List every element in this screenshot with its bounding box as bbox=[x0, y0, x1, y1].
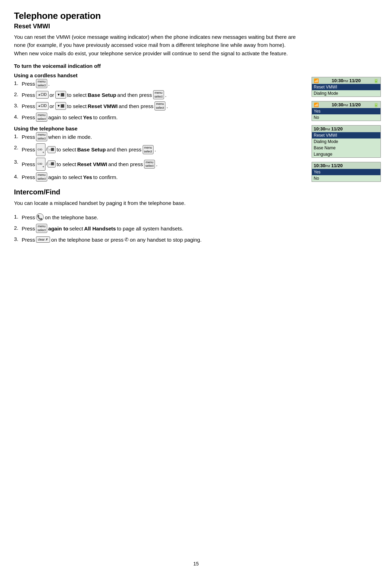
screen1-time: 10:30PM 11/20 bbox=[332, 78, 361, 83]
screen2-status-bar: 📶 10:30PM 11/20 🔋 bbox=[312, 101, 380, 108]
screen3-item-4: Language bbox=[312, 151, 380, 157]
screen1-item-2: Dialing Mode bbox=[312, 90, 380, 97]
base-menu-select-key-3: menuselect bbox=[144, 160, 155, 169]
menu-select-key-1: menuselect bbox=[36, 79, 47, 88]
step-1: 1. Press menuselect . bbox=[14, 79, 301, 88]
screen2-item-2: No bbox=[312, 114, 380, 121]
phone-screen-3: 10:30PM 11/20 Reset VMWI Dialing Mode Ba… bbox=[312, 125, 381, 158]
cordless-steps-list: 1. Press menuselect . 2. Press ▲ CID or … bbox=[14, 79, 301, 122]
step-2: 2. Press ▲ CID or ▼ ⬛ to select Base Set… bbox=[14, 90, 301, 100]
arrow-down-key-2: ▼ ⬛ bbox=[55, 91, 66, 99]
intercom-title: Intercom/Find bbox=[14, 188, 301, 196]
screen3-item-1: Reset VMWI bbox=[312, 132, 380, 138]
intercom-steps-list: 1. Press 📞 on the telephone base. 2. Pre… bbox=[14, 213, 301, 244]
base-step-1: 1. Press menuselect when in idle mode. bbox=[14, 132, 301, 142]
base-step-4: 4. Press menuselect again to select Yes … bbox=[14, 172, 301, 182]
section1-header: To turn the voicemail indication off bbox=[14, 63, 301, 69]
menu-select-key-3: menuselect bbox=[155, 101, 166, 111]
cid-plus-minus-key-2: CID+ / –⬛ bbox=[36, 143, 55, 156]
screen1-battery-icon: 🔋 bbox=[373, 78, 379, 83]
intercom-step-3: 3. Press clear ✗ on the telephone base o… bbox=[14, 235, 301, 244]
base-menu-select-key-2: menuselect bbox=[143, 145, 154, 154]
arrow-down-key-3: ▼ ⬛ bbox=[55, 102, 66, 110]
intro-paragraph: You can reset the VMWI (voice message wa… bbox=[14, 33, 301, 57]
paging-icon: 📞 bbox=[36, 213, 44, 221]
cid-up-key-3: ▲ CID bbox=[36, 102, 48, 110]
section2-sub: Using the telephone base bbox=[14, 126, 301, 131]
off-hook-icon: ✆ bbox=[124, 235, 129, 244]
main-content: Telephone operation Reset VMWI You can r… bbox=[14, 10, 301, 244]
intercom-menu-select-key-2: menuselect bbox=[36, 224, 47, 233]
menu-select-key-4: menuselect bbox=[36, 113, 47, 122]
screen2-time: 10:30PM 11/20 bbox=[332, 102, 361, 107]
screen1-signal-icon: 📶 bbox=[314, 78, 319, 83]
intercom-intro: You can locate a misplaced handset by pa… bbox=[14, 199, 301, 207]
screen2-battery-icon: 🔋 bbox=[373, 102, 379, 107]
screen4-item-2: No bbox=[312, 175, 380, 181]
cid-up-key-2: ▲ CID bbox=[36, 91, 48, 99]
screen4-status-bar: 10:30PM 11/20 bbox=[312, 162, 380, 169]
phone-screen-2: 📶 10:30PM 11/20 🔋 Yes No bbox=[312, 101, 381, 121]
intercom-step-2: 2. Press menuselect again to select All … bbox=[14, 224, 301, 233]
menu-select-key-2: menuselect bbox=[153, 90, 164, 99]
page-title: Telephone operation bbox=[14, 10, 301, 21]
page-number: 15 bbox=[193, 561, 199, 567]
intercom-section: Intercom/Find You can locate a misplaced… bbox=[14, 188, 301, 244]
screen4-item-1: Yes bbox=[312, 169, 380, 175]
base-menu-select-key-4: menuselect bbox=[36, 172, 47, 181]
base-step-2: 2. Press CID+ / –⬛ to select Base Setup … bbox=[14, 143, 301, 156]
section1-sub: Using a cordless handset bbox=[14, 72, 301, 78]
base-steps-list: 1. Press menuselect when in idle mode. 2… bbox=[14, 132, 301, 182]
base-step-3: 3. Press CID+ / –⬛ to select Reset VMWI … bbox=[14, 158, 301, 170]
screen2-item-1: Yes bbox=[312, 108, 380, 114]
phone-screen-4: 10:30PM 11/20 Yes No bbox=[312, 162, 381, 182]
screen1-status-bar: 📶 10:30PM 11/20 🔋 bbox=[312, 77, 380, 84]
step-4: 4. Press menuselect again to select Yes … bbox=[14, 113, 301, 122]
cid-plus-minus-key-3: CID+ / –⬛ bbox=[36, 158, 55, 170]
screen2-signal-icon: 📶 bbox=[314, 102, 319, 107]
section-subtitle: Reset VMWI bbox=[14, 23, 301, 30]
screens-container: 📶 10:30PM 11/20 🔋 Reset VMWI Dialing Mod… bbox=[312, 77, 382, 182]
intercom-step-1: 1. Press 📞 on the telephone base. bbox=[14, 213, 301, 222]
base-menu-select-key-1: menuselect bbox=[36, 132, 47, 141]
step-3: 3. Press ▲ CID or ▼ ⬛ to select Reset VM… bbox=[14, 101, 301, 111]
phone-screen-1: 📶 10:30PM 11/20 🔋 Reset VMWI Dialing Mod… bbox=[312, 77, 381, 97]
screen3-status-bar: 10:30PM 11/20 bbox=[312, 126, 380, 132]
screen3-item-2: Dialing Mode bbox=[312, 138, 380, 145]
screen1-item-1: Reset VMWI bbox=[312, 84, 380, 90]
clear-key: clear ✗ bbox=[36, 236, 50, 243]
screen3-item-3: Base Name bbox=[312, 145, 380, 151]
